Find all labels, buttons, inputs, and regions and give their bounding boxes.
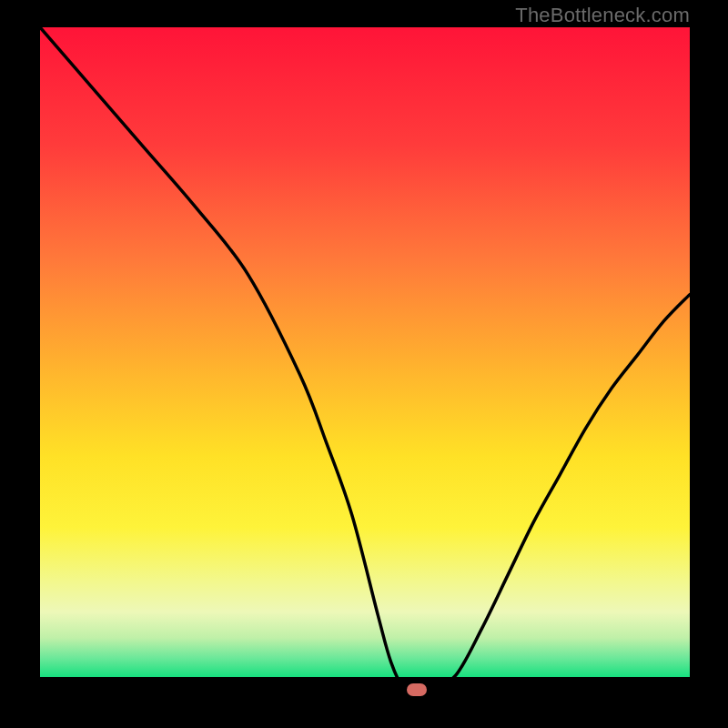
plot-area — [40, 27, 690, 695]
optimal-marker — [407, 683, 427, 696]
bottleneck-curve — [40, 27, 690, 695]
watermark-text: TheBottleneck.com — [515, 4, 690, 27]
chart-frame: TheBottleneck.com — [0, 0, 728, 728]
